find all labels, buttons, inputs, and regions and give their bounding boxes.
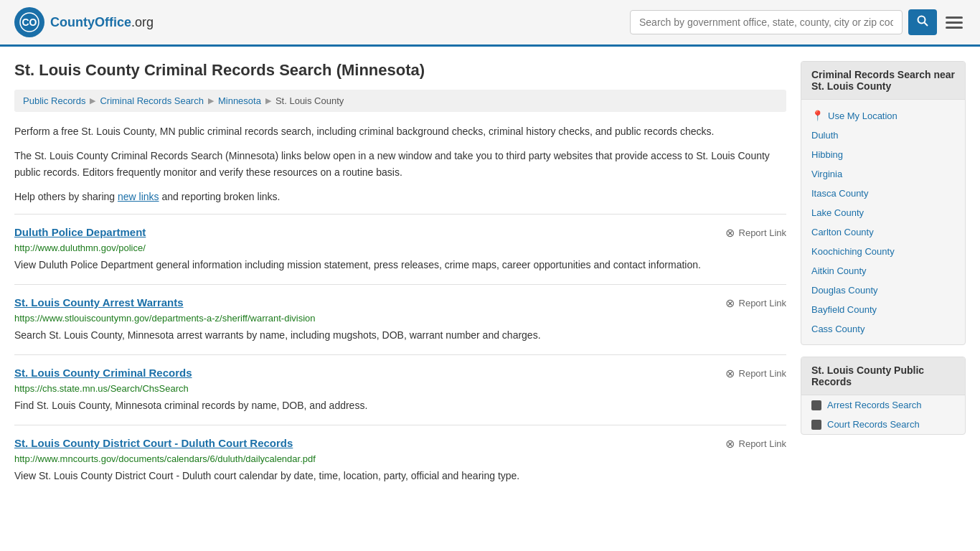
logo-icon: CO xyxy=(14,7,44,37)
report-label-2: Report Link xyxy=(739,368,786,379)
svg-line-3 xyxy=(925,23,928,27)
resource-card-2: St. Louis County Criminal Records ⊗ Repo… xyxy=(14,354,786,425)
public-record-link-0[interactable]: Arrest Records Search xyxy=(827,400,922,410)
desc3-prefix: Help others by sharing xyxy=(14,191,118,202)
logo-domain: .org xyxy=(131,15,154,29)
breadcrumb-sep-1: ▶ xyxy=(90,96,95,105)
breadcrumb-sep-2: ▶ xyxy=(208,96,214,105)
breadcrumb-link-criminal-records[interactable]: Criminal Records Search xyxy=(100,95,204,106)
nearby-link-item-7: Aitkin County xyxy=(801,261,965,281)
nearby-link-6[interactable]: Koochiching County xyxy=(811,246,895,257)
resource-header-1: St. Louis County Arrest Warrants ⊗ Repor… xyxy=(14,296,786,310)
nearby-links-list: DuluthHibbingVirginiaItasca CountyLake C… xyxy=(801,126,965,339)
report-icon-1: ⊗ xyxy=(725,296,735,310)
resource-title-2[interactable]: St. Louis County Criminal Records xyxy=(14,367,192,379)
pin-icon: 📍 xyxy=(811,110,824,121)
resource-desc-0: View Duluth Police Department general in… xyxy=(14,258,786,273)
resource-url-3: http://www.mncourts.gov/documents/calend… xyxy=(14,453,786,464)
desc-paragraph-2: The St. Louis County Criminal Records Se… xyxy=(14,148,786,180)
nearby-link-item-0: Duluth xyxy=(801,126,965,145)
nearby-box: Criminal Records Search near St. Louis C… xyxy=(801,61,966,345)
resource-list: Duluth Police Department ⊗ Report Link h… xyxy=(14,214,786,495)
logo-text: CountyOffice.org xyxy=(50,15,154,30)
nearby-link-item-6: Koochiching County xyxy=(801,242,965,261)
main-container: St. Louis County Criminal Records Search… xyxy=(0,47,980,509)
menu-button[interactable] xyxy=(943,14,966,32)
resource-card-0: Duluth Police Department ⊗ Report Link h… xyxy=(14,214,786,284)
desc-paragraph-3: Help others by sharing new links and rep… xyxy=(14,189,786,204)
resource-desc-1: Search St. Louis County, Minnesota arres… xyxy=(14,328,786,343)
search-button[interactable] xyxy=(908,9,937,35)
logo-brand: CountyOffice xyxy=(50,15,131,29)
search-area xyxy=(630,9,966,35)
nearby-link-item-10: Cass County xyxy=(801,319,965,339)
report-label-0: Report Link xyxy=(739,227,786,238)
report-icon-2: ⊗ xyxy=(725,367,735,380)
public-record-item-0: Arrest Records Search xyxy=(801,395,965,415)
public-record-item-1: Court Records Search xyxy=(801,415,965,434)
resource-header-3: St. Louis County District Court - Duluth… xyxy=(14,437,786,451)
nearby-link-item-9: Bayfield County xyxy=(801,300,965,319)
nearby-link-3[interactable]: Itasca County xyxy=(811,188,869,199)
nearby-link-item-2: Virginia xyxy=(801,164,965,184)
resource-card-1: St. Louis County Arrest Warrants ⊗ Repor… xyxy=(14,284,786,354)
report-link-button-1[interactable]: ⊗ Report Link xyxy=(725,296,786,310)
menu-line-1 xyxy=(946,17,963,19)
breadcrumb-sep-3: ▶ xyxy=(265,96,271,105)
nearby-link-4[interactable]: Lake County xyxy=(811,207,864,218)
resource-title-3[interactable]: St. Louis County District Court - Duluth… xyxy=(14,437,293,449)
breadcrumb-current: St. Louis County xyxy=(275,95,344,106)
nearby-link-0[interactable]: Duluth xyxy=(811,130,839,141)
search-input[interactable] xyxy=(630,10,903,34)
menu-line-3 xyxy=(946,27,963,29)
nearby-link-9[interactable]: Bayfield County xyxy=(811,304,877,315)
menu-line-2 xyxy=(946,22,963,24)
nearby-link-5[interactable]: Carlton County xyxy=(811,227,874,237)
desc3-suffix: and reporting broken links. xyxy=(159,191,281,202)
resource-header-0: Duluth Police Department ⊗ Report Link xyxy=(14,226,786,240)
new-links-link[interactable]: new links xyxy=(118,191,159,202)
resource-desc-3: View St. Louis County District Court - D… xyxy=(14,468,786,484)
report-link-button-2[interactable]: ⊗ Report Link xyxy=(725,367,786,380)
nearby-link-1[interactable]: Hibbing xyxy=(811,149,843,160)
resource-header-2: St. Louis County Criminal Records ⊗ Repo… xyxy=(14,367,786,380)
nearby-link-item-5: Carlton County xyxy=(801,222,965,242)
resource-card-3: St. Louis County District Court - Duluth… xyxy=(14,425,786,495)
use-location-item[interactable]: 📍 Use My Location xyxy=(801,105,965,126)
nearby-links: 📍 Use My Location DuluthHibbingVirginiaI… xyxy=(801,100,965,344)
record-icon-0 xyxy=(811,400,821,410)
nearby-link-8[interactable]: Douglas County xyxy=(811,285,878,296)
nearby-link-item-4: Lake County xyxy=(801,203,965,222)
report-label-1: Report Link xyxy=(739,298,786,309)
nearby-link-2[interactable]: Virginia xyxy=(811,169,842,179)
public-records-list: Arrest Records Search Court Records Sear… xyxy=(801,395,965,434)
breadcrumb: Public Records ▶ Criminal Records Search… xyxy=(14,90,786,112)
svg-point-2 xyxy=(918,17,925,24)
report-icon-0: ⊗ xyxy=(725,226,735,240)
record-icon-1 xyxy=(811,420,821,430)
report-link-button-0[interactable]: ⊗ Report Link xyxy=(725,226,786,240)
breadcrumb-link-minnesota[interactable]: Minnesota xyxy=(218,95,261,106)
resource-title-1[interactable]: St. Louis County Arrest Warrants xyxy=(14,296,184,309)
report-link-button-3[interactable]: ⊗ Report Link xyxy=(725,437,786,451)
nearby-box-title: Criminal Records Search near St. Louis C… xyxy=(801,62,965,100)
desc-paragraph-1: Perform a free St. Louis County, MN publ… xyxy=(14,123,786,139)
public-record-link-1[interactable]: Court Records Search xyxy=(827,419,920,430)
nearby-link-10[interactable]: Cass County xyxy=(811,324,864,334)
resource-url-2: https://chs.state.mn.us/Search/ChsSearch xyxy=(14,383,786,394)
page-title: St. Louis County Criminal Records Search… xyxy=(14,61,786,80)
report-label-3: Report Link xyxy=(739,438,786,449)
resource-url-0: http://www.duluthmn.gov/police/ xyxy=(14,242,786,253)
svg-text:CO: CO xyxy=(22,17,37,28)
content-area: St. Louis County Criminal Records Search… xyxy=(14,61,786,495)
resource-title-0[interactable]: Duluth Police Department xyxy=(14,226,146,238)
public-records-box: St. Louis County Public Records Arrest R… xyxy=(801,357,966,435)
public-records-title: St. Louis County Public Records xyxy=(801,357,965,395)
breadcrumb-link-public-records[interactable]: Public Records xyxy=(23,95,85,106)
use-location-link[interactable]: Use My Location xyxy=(828,110,897,121)
logo-area: CO CountyOffice.org xyxy=(14,7,154,37)
header: CO CountyOffice.org xyxy=(0,0,980,47)
nearby-link-7[interactable]: Aitkin County xyxy=(811,265,867,276)
report-icon-3: ⊗ xyxy=(725,437,735,451)
resource-url-1: https://www.stlouiscountymn.gov/departme… xyxy=(14,313,786,324)
